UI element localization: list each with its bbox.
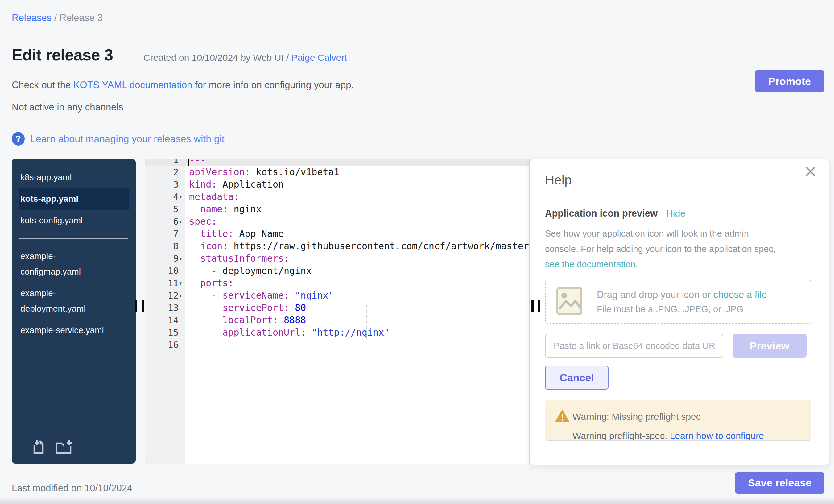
- indent-guide: [366, 302, 367, 339]
- preflight-warning-box: Warning: Missing preflight spec Warning …: [545, 400, 811, 441]
- line-number: 2: [145, 166, 185, 178]
- code-line-4[interactable]: 4▾metadata:: [145, 191, 529, 203]
- code-line-3[interactable]: 3kind: Application: [145, 178, 529, 191]
- intro-prefix: Check out the: [12, 80, 73, 90]
- line-number: 15: [145, 326, 185, 339]
- code-text: [185, 339, 189, 351]
- file-tree-item-example-configmap.yaml[interactable]: example-configmap.yaml: [12, 245, 136, 283]
- code-text: localPort: 8888: [185, 314, 306, 326]
- new-folder-button[interactable]: [54, 440, 72, 456]
- code-line-9[interactable]: 9▾ statusInformers:: [145, 252, 529, 265]
- bottom-edge: [0, 497, 834, 504]
- file-list: k8s-app.yamlkots-app.yamlkots-config.yam…: [12, 167, 136, 341]
- learn-how-to-configure-link[interactable]: Learn how to configure: [670, 431, 764, 441]
- file-tree-item-k8s-app.yaml[interactable]: k8s-app.yaml: [12, 167, 136, 188]
- close-icon[interactable]: [804, 165, 817, 178]
- created-text: Created on 10/10/2024 by Web UI /: [144, 52, 291, 63]
- new-file-button[interactable]: [31, 440, 47, 456]
- code-line-5[interactable]: 5 name: nginx: [145, 203, 529, 215]
- kots-yaml-docs-link[interactable]: KOTS YAML documentation: [73, 80, 192, 90]
- line-number: 5: [145, 203, 185, 215]
- code-line-13[interactable]: 13 servicePort: 80: [145, 302, 529, 314]
- code-line-1[interactable]: 1---: [145, 159, 529, 166]
- code-line-14[interactable]: 14 localPort: 8888: [145, 314, 529, 326]
- text-cursor: [188, 159, 189, 166]
- line-number: 11▾: [145, 277, 185, 289]
- code-line-2[interactable]: 2apiVersion: kots.io/v1beta1: [145, 166, 529, 178]
- file-name: example-deployment.yaml: [20, 286, 111, 316]
- code-text: icon: https://raw.githubusercontent.com/…: [185, 240, 530, 252]
- dropzone-texts: Drag and drop your icon or choose a file…: [597, 289, 767, 314]
- code-line-16[interactable]: 16: [145, 339, 529, 351]
- choose-file-link[interactable]: choose a file: [713, 289, 767, 300]
- file-tree-sidebar: k8s-app.yamlkots-app.yamlkots-config.yam…: [12, 159, 136, 464]
- see-documentation-link[interactable]: see the documentation: [545, 259, 635, 269]
- file-tree-item-example-deployment.yaml[interactable]: example-deployment.yaml: [12, 283, 136, 320]
- breadcrumb-link-releases[interactable]: Releases: [12, 12, 51, 23]
- cancel-button[interactable]: Cancel: [545, 366, 609, 390]
- git-help-link[interactable]: Learn about managing your releases with …: [30, 133, 224, 145]
- hide-link[interactable]: Hide: [666, 208, 685, 219]
- line-number: 9▾: [145, 252, 185, 265]
- code-line-7[interactable]: 7 title: App Name: [145, 228, 529, 240]
- breadcrumb-current: Release 3: [60, 12, 103, 23]
- editor-lines: 1---2apiVersion: kots.io/v1beta13kind: A…: [145, 159, 529, 351]
- line-number: 4▾: [145, 191, 185, 203]
- description-line-1: See how your application icon will look …: [545, 226, 776, 241]
- code-line-8[interactable]: 8 icon: https://raw.githubusercontent.co…: [145, 240, 529, 252]
- code-line-12[interactable]: 12▾ - serviceName: "nginx": [145, 289, 529, 302]
- line-number: 7: [145, 228, 185, 240]
- code-text: statusInformers:: [185, 252, 289, 265]
- dropzone-line1-text: Drag and drop your icon or: [597, 289, 713, 300]
- fold-toggle-icon[interactable]: ▾: [179, 277, 182, 289]
- warning-title: Warning: Missing preflight spec: [572, 412, 701, 422]
- save-release-button[interactable]: Save release: [735, 472, 825, 494]
- fold-toggle-icon[interactable]: ▾: [179, 252, 182, 265]
- description-suffix: .: [635, 259, 638, 269]
- code-line-6[interactable]: 6▾spec:: [145, 215, 529, 228]
- file-tree-item-kots-app.yaml[interactable]: kots-app.yaml: [19, 188, 129, 210]
- image-placeholder-icon: [556, 287, 583, 316]
- code-line-10[interactable]: 10 - deployment/nginx: [145, 265, 529, 277]
- code-text: spec:: [185, 215, 217, 228]
- file-group-divider: [19, 238, 128, 239]
- code-line-15[interactable]: 15 applicationUrl: "http://nginx": [145, 326, 529, 339]
- line-number: 13: [145, 302, 185, 314]
- page-title: Edit release 3: [12, 46, 113, 64]
- line-number: 16: [145, 339, 185, 351]
- line-number: 1: [145, 159, 185, 166]
- code-text: applicationUrl: "http://nginx": [185, 326, 390, 339]
- code-text: apiVersion: kots.io/v1beta1: [185, 166, 339, 178]
- pane-resize-handle-left[interactable]: [135, 300, 144, 312]
- intro-suffix: for more info on configuring your app.: [192, 80, 354, 90]
- line-number: 6▾: [145, 215, 185, 228]
- new-folder-icon: [54, 451, 72, 456]
- line-number: 12▾: [145, 289, 185, 302]
- file-tree-item-example-service.yaml[interactable]: example-service.yaml: [12, 320, 136, 341]
- file-name: k8s-app.yaml: [20, 170, 72, 185]
- dropzone-file-types: File must be a .PNG, .JPEG, or .JPG: [597, 304, 767, 314]
- code-text: servicePort: 80: [185, 302, 306, 314]
- warning-detail-text: Warning preflight-spec.: [572, 431, 670, 441]
- fold-toggle-icon[interactable]: ▾: [179, 289, 182, 302]
- code-text: kind: Application: [185, 178, 284, 191]
- sidebar-bottom-bar: [19, 435, 128, 456]
- fold-toggle-icon[interactable]: ▾: [179, 191, 182, 203]
- description-line-3: see the documentation.: [545, 257, 776, 272]
- fold-toggle-icon[interactable]: ▾: [179, 215, 182, 228]
- file-tree-item-kots-config.yaml[interactable]: kots-config.yaml: [12, 210, 136, 231]
- pane-resize-handle-right[interactable]: [531, 300, 541, 312]
- created-by-link[interactable]: Paige Calvert: [291, 52, 347, 63]
- icon-dropzone[interactable]: Drag and drop your icon or choose a file…: [545, 280, 811, 324]
- yaml-editor[interactable]: 1---2apiVersion: kots.io/v1beta13kind: A…: [145, 159, 530, 464]
- code-text: metadata:: [185, 191, 239, 203]
- code-line-11[interactable]: 11▾ ports:: [145, 277, 529, 289]
- sidebar-actions: [19, 435, 128, 456]
- icon-url-input[interactable]: [545, 334, 723, 358]
- preview-button[interactable]: Preview: [732, 334, 807, 358]
- description-line-2: console. For help adding your icon to th…: [545, 241, 776, 257]
- code-text: name: nginx: [185, 203, 262, 215]
- code-text: - serviceName: "nginx": [185, 289, 334, 302]
- edit-release-page: Releases / Release 3 Edit release 3 Crea…: [0, 0, 834, 504]
- promote-button[interactable]: Promote: [755, 70, 825, 92]
